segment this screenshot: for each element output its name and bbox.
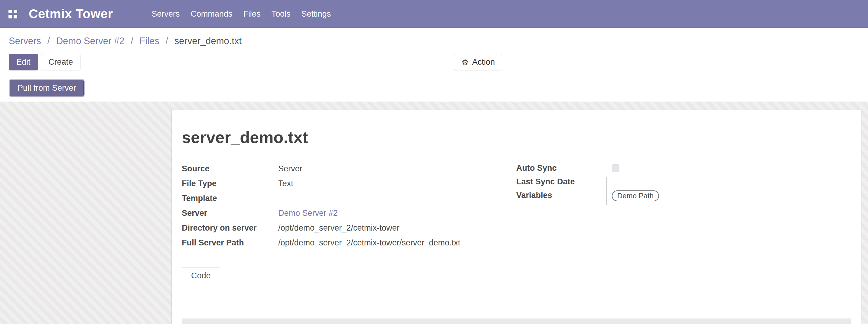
field-server-link[interactable]: Demo Server #2 [278, 206, 338, 221]
control-panel: Servers / Demo Server #2 / Files / serve… [0, 28, 868, 102]
field-group-right: Auto Sync Last Sync Date Variables Demo … [516, 161, 851, 250]
breadcrumb-separator: / [47, 36, 50, 46]
field-full-path-value: /opt/demo_server_2/cetmix-tower/server_d… [278, 235, 460, 250]
action-menu-label: Action [472, 58, 495, 67]
edit-button[interactable]: Edit [9, 54, 38, 70]
button-row: Edit Create ⚙ Action [9, 54, 868, 70]
breadcrumb-demo-server[interactable]: Demo Server #2 [56, 36, 125, 46]
field-directory-value: /opt/demo_server_2/cetmix-tower [278, 221, 400, 235]
field-server-label: Server [182, 206, 278, 221]
pull-from-server-button[interactable]: Pull from Server [10, 80, 84, 96]
record-title: server_demo.txt [182, 128, 851, 147]
field-template-label: Template [182, 191, 278, 206]
field-file-type-value: Text [278, 176, 293, 191]
field-source-value: Server [278, 161, 303, 176]
create-button[interactable]: Create [41, 54, 81, 70]
field-server: Server Demo Server #2 [182, 206, 516, 221]
menu-settings[interactable]: Settings [296, 9, 336, 19]
field-source-label: Source [182, 161, 278, 176]
menu-servers[interactable]: Servers [146, 9, 185, 19]
breadcrumb-separator: / [131, 36, 133, 46]
main-menu: Servers Commands Files Tools Settings [146, 0, 336, 28]
field-full-path-label: Full Server Path [182, 235, 278, 250]
app-brand[interactable]: Cetmix Tower [29, 7, 113, 21]
field-directory: Directory on server /opt/demo_server_2/c… [182, 221, 516, 235]
field-auto-sync-label: Auto Sync [516, 161, 612, 175]
breadcrumb-current: server_demo.txt [175, 36, 242, 46]
variables-separator-line [607, 177, 607, 205]
content-background: server_demo.txt Source Server File Type … [0, 102, 868, 324]
menu-commands[interactable]: Commands [185, 9, 238, 19]
gear-icon: ⚙ [462, 58, 468, 66]
tab-bar: Code [182, 267, 851, 284]
action-menu-button[interactable]: ⚙ Action [454, 54, 502, 70]
tab-code[interactable]: Code [182, 267, 220, 284]
apps-grid-icon[interactable] [8, 10, 17, 19]
field-directory-label: Directory on server [182, 221, 278, 235]
breadcrumb-servers[interactable]: Servers [9, 36, 41, 46]
field-template: Template [182, 191, 516, 206]
field-file-type: File Type Text [182, 176, 516, 191]
menu-files[interactable]: Files [238, 9, 266, 19]
top-navbar: Cetmix Tower Servers Commands Files Tool… [0, 0, 868, 28]
field-auto-sync: Auto Sync [516, 161, 851, 175]
field-full-path: Full Server Path /opt/demo_server_2/cetm… [182, 235, 516, 250]
menu-tools[interactable]: Tools [266, 9, 296, 19]
code-editor-area[interactable] [182, 319, 851, 324]
field-last-sync-date-label: Last Sync Date [516, 175, 612, 189]
breadcrumb-separator: / [165, 36, 168, 46]
breadcrumb-files[interactable]: Files [140, 36, 159, 46]
variable-tag-demo-path: Demo Path [612, 190, 659, 201]
field-source: Source Server [182, 161, 516, 176]
field-variables-label: Variables [516, 189, 612, 202]
field-groups: Source Server File Type Text Template Se… [182, 161, 851, 250]
form-sheet: server_demo.txt Source Server File Type … [172, 110, 861, 324]
tab-code-content [182, 319, 851, 324]
field-file-type-label: File Type [182, 176, 278, 191]
breadcrumb: Servers / Demo Server #2 / Files / serve… [9, 35, 868, 47]
form-statusbar: Pull from Server [9, 80, 868, 98]
field-variables: Variables Demo Path [516, 189, 851, 202]
field-last-sync-date: Last Sync Date [516, 175, 851, 189]
auto-sync-checkbox[interactable] [612, 164, 619, 172]
notebook: Code [182, 267, 851, 324]
field-group-left: Source Server File Type Text Template Se… [182, 161, 516, 250]
